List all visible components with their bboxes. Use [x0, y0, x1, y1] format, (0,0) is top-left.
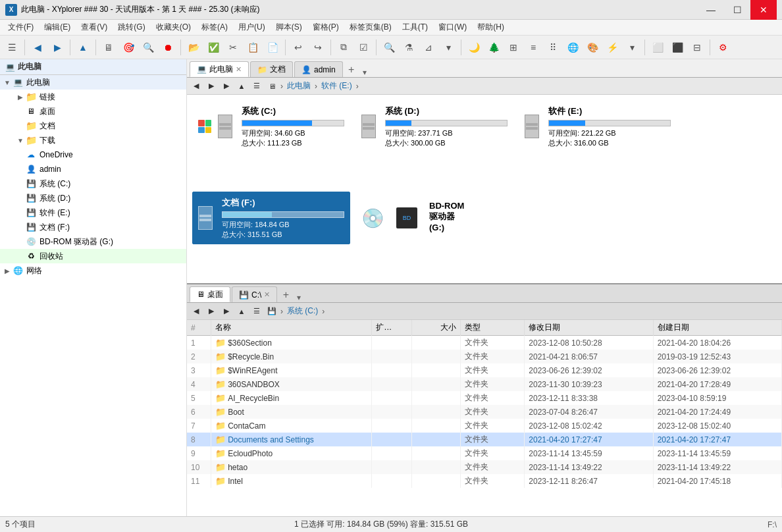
- sidebar-item-network[interactable]: ▶ 🌐 网络: [0, 263, 186, 278]
- bars-icon[interactable]: ⠿: [544, 38, 562, 57]
- search-icon[interactable]: 🔍: [139, 38, 157, 57]
- wand-drop[interactable]: ▾: [623, 38, 641, 57]
- col-ext[interactable]: 扩…: [372, 320, 412, 336]
- target-icon[interactable]: 🎯: [119, 38, 138, 57]
- find-icon[interactable]: 🔍: [380, 38, 398, 57]
- checkmark-icon[interactable]: ☑: [354, 38, 373, 57]
- hsplit-icon[interactable]: ⬛: [668, 38, 687, 57]
- sidebar-item-bdrom[interactable]: 💿 BD-ROM 驱动器 (G:): [0, 234, 186, 249]
- table-row[interactable]: 1 📁$360Section 文件夹 2023-12-08 10:50:28 2…: [187, 336, 782, 350]
- top-menu-btn[interactable]: ☰: [250, 80, 263, 93]
- table-row[interactable]: 10 📁hetao 文件夹 2023-11-14 13:49:22 2023-1…: [187, 460, 782, 474]
- grid-icon[interactable]: ⊞: [504, 38, 523, 57]
- drive-E[interactable]: 软件 (E:) 可用空间: 221.22 GB 总大小: 316.00 GB: [519, 100, 677, 153]
- col-created[interactable]: 创建日期: [653, 320, 781, 336]
- filter-icon[interactable]: ⚗: [400, 38, 418, 57]
- tab-driveC-close[interactable]: ✕: [264, 290, 270, 299]
- menu-tags[interactable]: 标签(A): [196, 20, 233, 34]
- table-row[interactable]: 9 📁EcloudPhoto 文件夹 2023-11-14 13:45:59 2…: [187, 446, 782, 460]
- sidebar-item-recycle[interactable]: ♻ 回收站: [0, 249, 186, 263]
- col-type[interactable]: 类型: [460, 320, 525, 336]
- menu-user[interactable]: 用户(U): [233, 20, 271, 34]
- bottom-tab-scroll[interactable]: ▾: [297, 293, 301, 302]
- top-addr-drive[interactable]: 软件 (E:): [319, 80, 354, 92]
- moon-icon[interactable]: 🌙: [465, 38, 483, 57]
- tab-admin[interactable]: 👤 admin: [294, 61, 343, 77]
- copy-icon[interactable]: 📋: [244, 38, 262, 57]
- folder-open-icon[interactable]: 📂: [184, 38, 203, 57]
- top-back-btn[interactable]: ◀: [190, 80, 203, 93]
- drive-D[interactable]: 系统 (D:) 可用空间: 237.71 GB 总大小: 300.00 GB: [355, 100, 513, 153]
- tools-icon[interactable]: ⚙: [714, 38, 732, 57]
- sidebar-item-driveD[interactable]: 💾 系统 (D:): [0, 191, 186, 205]
- col-name[interactable]: 名称: [211, 320, 372, 336]
- table-row[interactable]: 8 📁Documents and Settings 文件夹 2021-04-20…: [187, 433, 782, 446]
- bottom-add-tab[interactable]: +: [278, 288, 293, 302]
- sidebar-item-docs[interactable]: 📁 文档: [0, 119, 186, 133]
- scissors-icon[interactable]: ✂: [224, 38, 242, 57]
- menu-favorites[interactable]: 收藏夹(O): [151, 20, 196, 34]
- top-addr-computer[interactable]: 此电脑: [285, 80, 313, 92]
- table-row[interactable]: 6 📁Boot 文件夹 2023-07-04 8:26:47 2021-04-2…: [187, 405, 782, 419]
- top-history-btn[interactable]: ▶: [220, 80, 233, 93]
- tab-computer[interactable]: 💻 此电脑 ✕: [190, 61, 249, 77]
- globe-icon[interactable]: 🌐: [563, 38, 582, 57]
- wand-icon[interactable]: ⚡: [603, 38, 621, 57]
- back-button[interactable]: ◀: [28, 38, 47, 57]
- col-modified[interactable]: 修改日期: [525, 320, 653, 336]
- maximize-button[interactable]: ☐: [724, 0, 750, 20]
- check-icon[interactable]: ✅: [204, 38, 222, 57]
- sidebar-item-driveF[interactable]: 💾 文档 (F:): [0, 220, 186, 234]
- bottom-forward-btn[interactable]: ▶: [205, 305, 218, 318]
- table-row[interactable]: 11 📁Intel 文件夹 2023-12-11 8:26:47 2021-04…: [187, 474, 782, 488]
- sidebar-item-driveC[interactable]: 💾 系统 (C:): [0, 176, 186, 191]
- menu-script[interactable]: 脚本(S): [271, 20, 307, 34]
- tab-computer-close[interactable]: ✕: [236, 65, 242, 74]
- undo-icon[interactable]: ↩: [289, 38, 307, 57]
- drive-F[interactable]: 文档 (F:) 可用空间: 184.84 GB 总大小: 315.51 GB: [192, 192, 350, 244]
- menu-tabset[interactable]: 标签页集(B): [344, 20, 397, 34]
- menu-help[interactable]: 帮助(H): [472, 20, 509, 34]
- up-button[interactable]: ▲: [74, 38, 92, 57]
- add-tab-button[interactable]: +: [344, 63, 359, 77]
- top-forward-btn[interactable]: ▶: [205, 80, 218, 93]
- forward-button[interactable]: ▶: [48, 38, 66, 57]
- toolbar-menu-icon[interactable]: ☰: [3, 38, 21, 57]
- menu-edit[interactable]: 编辑(E): [39, 20, 76, 34]
- sidebar-item-admin[interactable]: 👤 admin: [0, 162, 186, 176]
- minimize-button[interactable]: —: [698, 0, 724, 20]
- bottom-menu-btn[interactable]: ☰: [250, 305, 263, 318]
- tab-driveC-bottom[interactable]: 💾 C:\ ✕: [232, 286, 277, 302]
- copy-path-icon[interactable]: ⧉: [334, 38, 353, 57]
- screen-icon[interactable]: 🖥: [99, 38, 118, 57]
- drive-G[interactable]: 💿 BD BD-ROM 驱动器 (G:): [355, 192, 474, 244]
- tab-desktop[interactable]: 🖥 桌面: [190, 286, 230, 302]
- top-up-btn[interactable]: ▲: [235, 80, 248, 93]
- sidebar-item-downloads[interactable]: ▼ 📁 下载: [0, 133, 186, 147]
- menu-file[interactable]: 文件(F): [3, 20, 39, 34]
- table-row[interactable]: 5 📁AI_RecycleBin 文件夹 2023-12-11 8:33:38 …: [187, 391, 782, 405]
- record-icon[interactable]: ⏺: [159, 38, 177, 57]
- tab-docs[interactable]: 📁 文档: [250, 61, 293, 77]
- table-row[interactable]: 2 📁$Recycle.Bin 文件夹 2021-04-21 8:06:57 2…: [187, 350, 782, 363]
- tree-icon[interactable]: 🌲: [484, 38, 503, 57]
- bottom-up-btn[interactable]: ▲: [235, 305, 248, 318]
- paint-icon[interactable]: 🎨: [583, 38, 602, 57]
- layout-icon[interactable]: ⊟: [688, 38, 706, 57]
- menu-view[interactable]: 查看(V): [76, 20, 113, 34]
- sidebar-item-desktop[interactable]: 🖥 桌面: [0, 104, 186, 119]
- redo-icon[interactable]: ↪: [309, 38, 327, 57]
- col-size[interactable]: 大小: [412, 320, 460, 336]
- drive-C[interactable]: 系统 (C:) 可用空间: 34.60 GB 总大小: 111.23 GB: [192, 100, 350, 153]
- vsplit-icon[interactable]: ⬜: [648, 38, 667, 57]
- menu-jump[interactable]: 跳转(G): [113, 20, 150, 34]
- table-row[interactable]: 4 📁360SANDBOX 文件夹 2023-11-30 10:39:23 20…: [187, 377, 782, 391]
- bottom-addr-drive[interactable]: 系统 (C:): [285, 305, 320, 317]
- sidebar-item-computer[interactable]: ▼ 💻 此电脑: [0, 75, 186, 90]
- sidebar-item-onedrive[interactable]: ☁ OneDrive: [0, 147, 186, 162]
- menu-tools[interactable]: 工具(T): [397, 20, 433, 34]
- bottom-back-btn[interactable]: ◀: [190, 305, 203, 318]
- menu-window[interactable]: 窗口(W): [433, 20, 472, 34]
- close-button[interactable]: ✕: [750, 0, 777, 20]
- sidebar-item-driveE[interactable]: 💾 软件 (E:): [0, 205, 186, 220]
